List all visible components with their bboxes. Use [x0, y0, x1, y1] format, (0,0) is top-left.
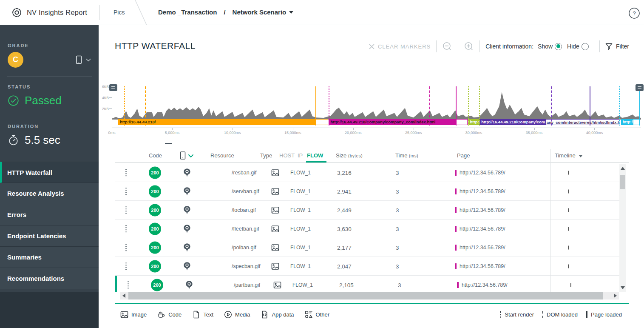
sidebar-item-resource-analysis[interactable]: Resource Analysis [0, 183, 99, 204]
kebab-dot [125, 169, 127, 170]
table-row[interactable]: 200/servban.gifFLOW_12,9413http://12.34.… [115, 182, 619, 201]
kebab-dot [125, 225, 127, 226]
status-code-badge: 200 [149, 222, 161, 235]
group-by-flow-toggle[interactable]: FLOW [307, 152, 323, 159]
timeline-tick [568, 264, 569, 268]
row-menu-kebab-icon[interactable] [124, 242, 128, 253]
x-axis-tick-label: 25,000ms [405, 131, 422, 135]
grade-row: C [8, 52, 91, 68]
client-selector[interactable] [76, 55, 91, 64]
table-row[interactable]: 200/polban.gifFLOW_12,1773http://12.34.5… [115, 238, 619, 257]
legend-type-label: Text [203, 311, 213, 318]
page-url: http://12.34.56.789/ [460, 226, 505, 232]
section-label[interactable]: Pics [113, 9, 125, 16]
duration-value: 5.5 sec [25, 134, 60, 147]
legend-type-app-data: App data [261, 311, 294, 319]
marker-pin-icon[interactable] [182, 168, 192, 178]
row-menu-kebab-icon[interactable] [124, 205, 128, 216]
kebab-dot [125, 246, 127, 247]
vertical-scroll-thumb[interactable] [620, 175, 625, 189]
scroll-up-arrow-icon[interactable] [621, 167, 625, 170]
horizontal-scroll-thumb[interactable] [128, 292, 603, 299]
phone-icon[interactable] [180, 151, 186, 160]
kebab-dot [125, 262, 127, 264]
status-row: Passed [8, 94, 62, 107]
zoom-in-button[interactable] [464, 41, 474, 51]
page-cell: http://12.34.56.789/ [455, 263, 505, 269]
legend-type-label: Media [235, 311, 250, 318]
panel-resize-handle[interactable] [165, 143, 172, 144]
table-row[interactable]: 200/locban.gifFLOW_12,4493http://12.34.5… [115, 201, 619, 220]
breadcrumb-chevron-edge [128, 0, 153, 25]
image-icon [271, 187, 279, 195]
row-menu-kebab-icon[interactable] [126, 280, 131, 291]
x-axis-tick [353, 128, 354, 130]
kebab-dot [125, 171, 127, 172]
table-row[interactable]: 200/specban.gifFLOW_12,0473http://12.34.… [115, 257, 619, 276]
hpe-element-logo-icon [11, 7, 22, 18]
marker-dotted-line [479, 86, 480, 125]
row-menu-kebab-icon[interactable] [124, 223, 128, 234]
radio-icon[interactable] [582, 43, 589, 50]
kebab-dot [125, 231, 127, 233]
page-url: http://12.34.56.789/ [460, 207, 505, 213]
horizontal-scrollbar[interactable] [120, 292, 619, 299]
group-by-ip-toggle[interactable]: IP [298, 152, 303, 159]
row-menu-kebab-icon[interactable] [124, 167, 128, 178]
chevron-down-icon[interactable] [188, 154, 193, 158]
marker-dotted-line [468, 86, 469, 125]
scroll-down-arrow-icon[interactable] [621, 286, 625, 289]
row-menu-kebab-icon[interactable] [124, 261, 128, 272]
marker-pin-icon[interactable] [184, 280, 194, 290]
status-code-badge: 200 [149, 260, 161, 272]
x-axis-tick-label: 20,000ms [345, 131, 362, 135]
sidebar-item-http-waterfall[interactable]: HTTP Waterfall [0, 162, 99, 183]
scroll-right-arrow-icon[interactable] [614, 294, 617, 298]
range-handle-left[interactable] [109, 84, 117, 91]
sidebar-item-errors[interactable]: Errors [0, 204, 99, 225]
nv-insights-report-app: NV Insights Report Pics Demo _Transactio… [0, 0, 644, 328]
clear-markers-button[interactable]: CLEAR MARKERS [369, 43, 431, 50]
x-axis-tick [233, 128, 233, 130]
scroll-left-arrow-icon[interactable] [122, 294, 125, 298]
group-by-host-toggle[interactable]: HOST [279, 152, 295, 159]
table-row[interactable]: 200/fleetban.gifFLOW_13,6303http://12.34… [115, 220, 619, 238]
scenario-dropdown[interactable]: Network Scenario [233, 9, 294, 16]
legend-type-other: Other [305, 311, 330, 319]
column-header-timeline-sort[interactable]: Timeline [555, 152, 582, 159]
row-menu-kebab-icon[interactable] [124, 186, 128, 197]
sidebar-item-summaries[interactable]: Summaries [0, 247, 99, 268]
close-icon [369, 44, 374, 49]
marker-pin-icon[interactable] [182, 186, 192, 197]
sort-caret-icon [579, 155, 582, 157]
flow-name: FLOW_1 [292, 282, 313, 288]
table-header: Code Resource Type HOST IP FLOW Size (by… [115, 149, 629, 163]
column-header-time: Time (ms) [395, 152, 418, 159]
vertical-scrollbar[interactable] [619, 164, 626, 292]
sidebar-item-endpoint-latencies[interactable]: Endpoint Latencies [0, 225, 99, 247]
table-row[interactable]: 200/partban.gifFLOW_12,1053http://12.34.… [115, 276, 619, 292]
table-row[interactable]: 200/resban.gifFLOW_13,2163http://12.34.5… [115, 163, 619, 182]
zoom-out-button[interactable] [442, 41, 452, 51]
filter-button[interactable]: Filter [605, 43, 629, 50]
marker-solid-line [315, 86, 316, 125]
help-button[interactable]: ? [628, 7, 640, 19]
sidebar-divider [7, 116, 92, 116]
client-info-show-radio[interactable]: Show [538, 43, 562, 50]
marker-pin-icon[interactable] [182, 242, 192, 253]
marker-pin-icon[interactable] [182, 261, 192, 271]
app-title: NV Insights Report [27, 9, 87, 17]
timeline-tick [568, 227, 569, 231]
marker-pin-icon[interactable] [182, 224, 192, 234]
sidebar-item-recommendations[interactable]: Recommendations [0, 268, 99, 289]
radio-selected-icon[interactable] [555, 43, 562, 50]
legend-marker-start-render: Start render [500, 311, 534, 318]
marker-pin-icon[interactable] [182, 205, 192, 215]
client-info-hide-radio[interactable]: Hide [567, 43, 589, 50]
coffee-cup-icon [157, 311, 165, 319]
range-handle-right[interactable] [635, 84, 644, 91]
toolbar-separator [479, 40, 480, 52]
kebab-dot [128, 288, 129, 289]
resource-name: /fleetban.gif [232, 226, 259, 232]
breadcrumb-transaction: Demo _Transaction [158, 9, 217, 16]
